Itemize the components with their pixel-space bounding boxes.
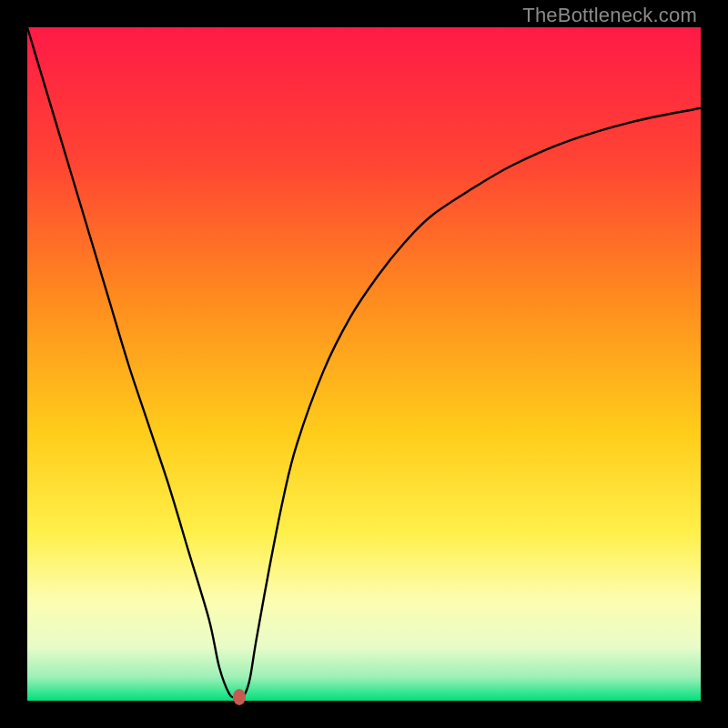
watermark-text: TheBottleneck.com [522, 4, 697, 27]
bottleneck-chart [27, 27, 701, 701]
optimal-point-marker [233, 689, 246, 705]
plot-frame [27, 27, 701, 701]
